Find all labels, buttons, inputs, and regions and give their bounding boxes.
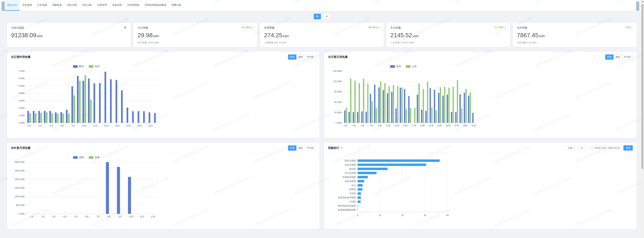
kpi-value: 29.98 <box>138 32 152 39</box>
scrollbar-thumb[interactable] <box>642 4 644 169</box>
tab-electricity-fee-analysis[interactable]: 电费分析 <box>169 0 184 11</box>
line-mode-button[interactable]: 曲线 <box>296 146 305 150</box>
kpi-card-row: 当前总能耗 91238.09 kWh 今日用量 29.98 kWh -61.96… <box>7 23 636 47</box>
kpi-unit: kWh <box>539 35 545 38</box>
svg-text:30 kWh: 30 kWh <box>334 111 342 114</box>
svg-text:CSME: CSME <box>349 200 356 203</box>
scroll-up-arrow-icon[interactable] <box>642 1 644 2</box>
line-mode-button[interactable]: 曲线 <box>296 54 305 60</box>
down-triangle-icon: ▼ <box>631 26 633 28</box>
average-mode-button[interactable]: 平均值 <box>622 54 632 60</box>
tab-group-management[interactable]: 分组管理 <box>94 0 110 11</box>
tab-device-management[interactable]: 设备管理 <box>110 0 124 11</box>
kpi-card-year-usage: 当年用量 7867.45 kWh 0%▼ 去年用量 0.00 kWh <box>513 23 636 47</box>
svg-text:前台: 前台 <box>352 184 356 187</box>
tab-history-query[interactable]: 历史查询 <box>20 0 35 11</box>
svg-text:财务室: 财务室 <box>349 188 356 190</box>
line-mode-button[interactable]: 曲线 <box>614 54 622 60</box>
down-triangle-icon: ▼ <box>252 26 254 28</box>
daily-usage-chart: 0 kWh30 kWh60 kWh90 kWh120 kWh150 kWh1号3… <box>330 68 636 132</box>
average-mode-button[interactable]: 平均值 <box>305 146 316 150</box>
svg-text:150 kWh: 150 kWh <box>333 70 342 72</box>
legend-item[interactable]: 上月 <box>406 65 417 68</box>
legend-item[interactable]: 当年 <box>73 156 84 159</box>
svg-text:21号: 21号 <box>429 124 434 127</box>
group-select[interactable]: 分组 ∨ <box>566 145 577 150</box>
svg-text:1000 kWh: 1000 kWh <box>14 195 25 198</box>
vertical-scrollbar[interactable] <box>641 0 644 238</box>
kpi-card-total-energy: 当前总能耗 91238.09 kWh <box>7 23 131 47</box>
kpi-subtext: 上月用量 2725.41 kWh <box>390 41 414 44</box>
kpi-card-month-usage: 本月用量 2145.52 kWh -21.28%▼ 上月用量 2725.41 k… <box>386 23 510 47</box>
svg-text:接待处: 接待处 <box>349 168 356 170</box>
svg-text:6点: 6点 <box>60 124 64 127</box>
svg-text:2500 kWh: 2500 kWh <box>14 170 25 172</box>
svg-text:7 kWh: 7 kWh <box>18 70 25 72</box>
kpi-card-today-usage: 今日用量 29.98 kWh -61.96%▼ 昨日用量 78.83 kWh <box>134 23 257 47</box>
legend-swatch <box>89 65 94 68</box>
bar-mode-button[interactable]: 柱状 <box>288 146 296 150</box>
svg-text:11月: 11月 <box>140 215 144 218</box>
kpi-subtext: 昨日用量 78.83 kWh <box>138 41 159 44</box>
monthly-usage-chart: 0 kWh500 kWh1000 kWh1500 kWh2000 kWh2500… <box>12 160 320 224</box>
svg-text:10点: 10点 <box>82 124 87 127</box>
legend-item[interactable]: 去年 <box>89 156 100 159</box>
average-mode-button[interactable]: 平均值 <box>305 54 316 60</box>
kpi-unit: kWh <box>412 35 418 38</box>
bar-mode-button[interactable]: 柱状 <box>605 54 614 60</box>
calendar-icon <box>591 147 594 149</box>
tab-energy-overview[interactable]: 能耗总览 <box>5 0 20 11</box>
electric-toggle-button[interactable]: 电 <box>314 14 321 19</box>
panel-title: 当日逐时用电量 <box>11 55 30 59</box>
kpi-delta-badge: 0%▼ <box>626 26 633 29</box>
svg-text:14点: 14点 <box>104 124 108 127</box>
period-select[interactable]: 日 ∨ <box>579 145 588 150</box>
legend-swatch <box>406 65 410 68</box>
svg-text:20点: 20点 <box>137 124 142 127</box>
tab-pricing-strategy[interactable]: 计价策略 <box>35 0 50 11</box>
lightning-icon <box>340 146 343 150</box>
svg-text:4 kWh: 4 kWh <box>18 92 25 94</box>
legend-item[interactable]: 昨日 <box>73 65 84 68</box>
tab-meter-reading[interactable]: 用能集抄 <box>50 0 64 11</box>
kpi-title: 当年用量 <box>517 26 632 30</box>
chevron-down-icon: ∨ <box>584 147 586 149</box>
svg-text:5号: 5号 <box>361 124 364 127</box>
panel-hourly-usage: 当日逐时用电量 柱状 曲线 平均值 昨日今日 0 kWh1 kWh2 kWh3 … <box>7 52 320 138</box>
water-toggle-button[interactable]: 水 <box>323 14 330 19</box>
tab-mom-analysis[interactable]: 环比分析 <box>80 0 94 11</box>
bar-mode-button[interactable]: 柱状 <box>288 54 296 60</box>
svg-text:3号: 3号 <box>352 124 356 127</box>
svg-text:0 kWh: 0 kWh <box>18 212 25 215</box>
tab-tou-raw-data[interactable]: 分时段用电原始数据 <box>142 0 169 11</box>
svg-text:GSGE: GSGE <box>349 192 356 195</box>
tab-bar-right-edge-decoration <box>636 2 639 11</box>
svg-text:3月: 3月 <box>52 215 56 218</box>
svg-text:1 kWh: 1 kWh <box>18 114 25 117</box>
svg-text:9号: 9号 <box>378 124 382 127</box>
svg-text:10: 10 <box>379 214 381 217</box>
svg-text:2点: 2点 <box>38 124 42 127</box>
down-triangle-icon: ▼ <box>378 26 380 28</box>
tab-yoy-analysis[interactable]: 同比分析 <box>64 0 80 11</box>
legend-item[interactable]: 当月 <box>390 65 401 68</box>
date-range-picker[interactable]: 2024-10-31 - 2024-10-31 <box>589 145 622 150</box>
svg-text:1月: 1月 <box>30 215 34 218</box>
kpi-value: 7867.45 <box>517 32 538 39</box>
kpi-delta-badge: -61.96%▼ <box>241 26 254 29</box>
svg-text:2 kWh: 2 kWh <box>18 107 25 109</box>
kpi-delta-badge: -21.28%▼ <box>494 26 506 29</box>
ranking-filter-controls: 分组 ∨ 日 ∨ 2024-10-31 - 2024-10-31 <box>566 145 633 150</box>
svg-text:0: 0 <box>357 214 358 217</box>
legend-item[interactable]: 今日 <box>89 65 100 68</box>
tab-tou-usage[interactable]: 分时段用电 <box>124 0 142 11</box>
svg-text:25号: 25号 <box>446 124 450 127</box>
chart-mode-switch: 柱状 曲线 平均值 <box>605 54 633 60</box>
svg-text:0 kWh: 0 kWh <box>336 122 342 124</box>
kpi-value: 2145.52 <box>390 32 412 39</box>
query-button[interactable]: 查询 <box>624 145 633 150</box>
svg-text:12点: 12点 <box>93 124 98 127</box>
svg-text:机房电源插座电表: 机房电源插座电表 <box>338 208 356 211</box>
chart-row-2: 当年逐月用电量 柱状 曲线 平均值 当年去年 0 kWh500 kWh1000 … <box>7 143 636 229</box>
svg-text:西区总电表: 西区总电表 <box>345 159 356 162</box>
